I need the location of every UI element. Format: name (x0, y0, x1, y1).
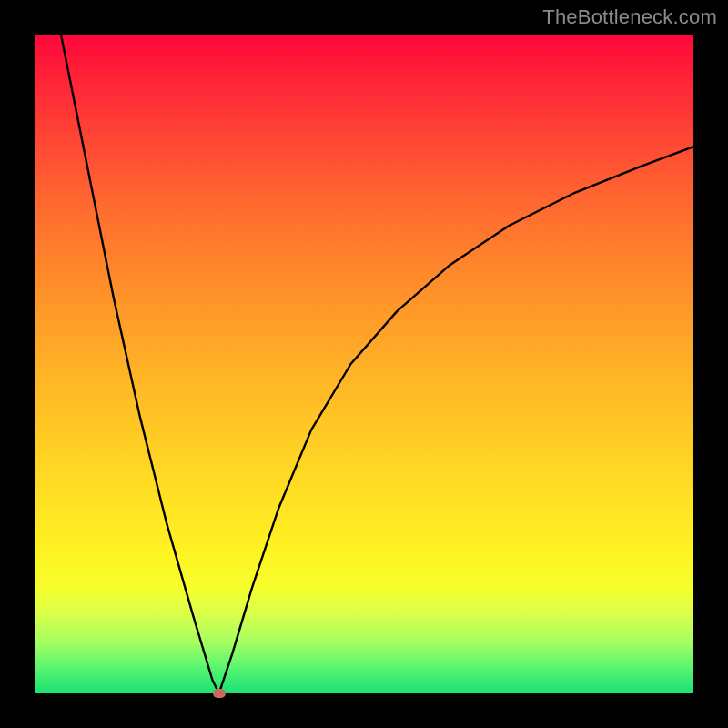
min-marker (213, 689, 226, 698)
chart-frame: TheBottleneck.com (0, 0, 728, 728)
watermark-text: TheBottleneck.com (542, 5, 717, 29)
gradient-lower-band (35, 593, 693, 693)
plot-area (35, 35, 693, 693)
bottleneck-curve (35, 35, 693, 693)
curve-polyline (61, 35, 693, 693)
